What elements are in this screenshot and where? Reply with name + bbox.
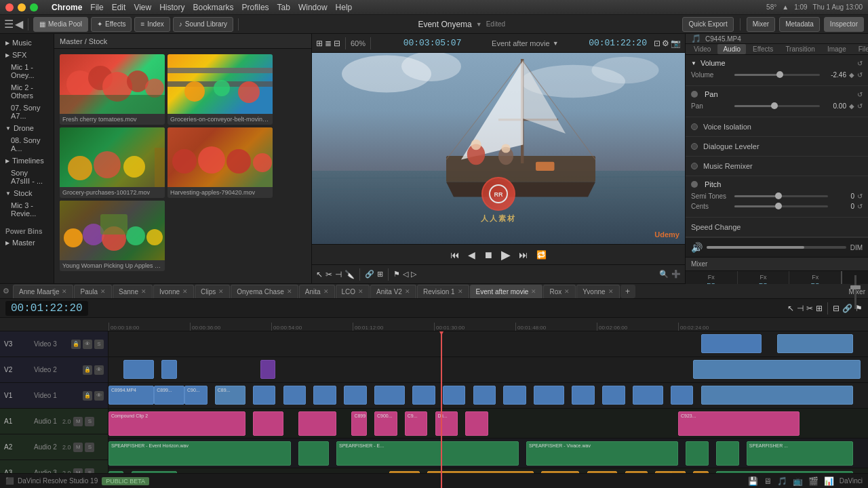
menu-tab[interactable]: Tab: [277, 3, 290, 12]
clip-a2-4[interactable]: SPEARFISHER - Vivace.wav: [526, 441, 678, 466]
tab-transition[interactable]: Transition: [780, 44, 821, 54]
sidebar-item-drone[interactable]: ▼ Drone: [0, 122, 54, 134]
timeline-nav-icons[interactable]: ⚙: [3, 287, 9, 296]
clip-a2-2[interactable]: [298, 441, 329, 466]
menu-file[interactable]: File: [90, 3, 103, 12]
tab-lco[interactable]: LCO ✕: [336, 285, 370, 298]
volume-expand-icon[interactable]: ↺: [857, 71, 863, 79]
clip-v1-12[interactable]: [473, 386, 496, 405]
media-item-groceries[interactable]: Groceries-on-conveyor-belt-moving-...: [167, 54, 273, 125]
tab-sanne[interactable]: Sanne ✕: [113, 285, 153, 298]
music-remixer-row[interactable]: Music Remixer: [691, 159, 863, 173]
tab-anne[interactable]: Anne Maartje ✕: [13, 285, 73, 298]
media-item-tomatoes[interactable]: Fresh cherry tomatoes.mov: [60, 54, 165, 125]
dialogue-leveler-row[interactable]: Dialogue Leveler: [691, 140, 863, 153]
semitones-value[interactable]: 0: [831, 192, 854, 200]
preview-controls[interactable]: ⏮ ◀ ⏹ ▶ ⏭ 🔁: [312, 244, 685, 264]
tab-close-onyema[interactable]: ✕: [287, 288, 292, 295]
clip-a1-compound[interactable]: Compound Clip 2: [108, 411, 245, 436]
clip-v1-15[interactable]: [572, 386, 595, 405]
volume-value[interactable]: -2.46: [823, 71, 846, 79]
v2-controls[interactable]: 🔒 👁: [83, 365, 104, 375]
v2-eye-icon[interactable]: 👁: [94, 365, 104, 375]
chevron-down-icon2[interactable]: ▼: [553, 40, 559, 47]
dialogue-leveler-toggle[interactable]: [691, 143, 698, 150]
tab-close-rox[interactable]: ✕: [564, 288, 570, 295]
status-icon-3[interactable]: 🎵: [777, 476, 787, 486]
tab-rox[interactable]: Rox ✕: [543, 285, 576, 298]
menu-history[interactable]: History: [159, 3, 184, 12]
metadata-button[interactable]: Metadata: [779, 17, 820, 32]
clip-a2-6[interactable]: [716, 441, 739, 466]
tab-close-lco[interactable]: ✕: [358, 288, 363, 295]
a1-mute-icon[interactable]: M: [73, 417, 83, 426]
clip-a2-1[interactable]: SPEARFISHER - Event Horizon.wav: [108, 441, 291, 466]
quick-export-button[interactable]: Quick Export: [682, 17, 733, 32]
snap-tl-icon[interactable]: ⊟: [833, 304, 840, 313]
step-back-button[interactable]: ◀: [468, 249, 475, 260]
clip-v1-18[interactable]: [671, 386, 694, 405]
trim-icon[interactable]: ⊣: [335, 270, 342, 279]
v3-controls[interactable]: 🔒 👁 S: [71, 340, 104, 349]
tab-close-yvonne[interactable]: ✕: [608, 288, 614, 295]
sidebar-item-mic2[interactable]: Mic 2 - Others: [0, 81, 54, 102]
menu-help[interactable]: Help: [336, 3, 353, 12]
tab-close-paula[interactable]: ✕: [100, 288, 106, 295]
tab-anita[interactable]: Anita ✕: [299, 285, 335, 298]
pan-expand-icon[interactable]: ↺: [857, 102, 863, 110]
view-icons[interactable]: ⊡ ⚙ 📷: [654, 39, 681, 48]
sidebar-item-timelines[interactable]: ▶ Timelines: [0, 155, 54, 167]
nav-back-icon[interactable]: ◀: [15, 18, 23, 30]
effects-button[interactable]: ✦ Effects: [91, 17, 132, 32]
skip-forward-button[interactable]: ⏭: [519, 249, 528, 260]
sound-library-button[interactable]: ♪ Sound Library: [173, 17, 233, 32]
v3-solo-icon[interactable]: S: [94, 340, 104, 349]
list-icon[interactable]: ≣: [325, 39, 332, 48]
tool-select-icon[interactable]: ↖: [787, 304, 794, 313]
sidebar-item-sfx[interactable]: ▶ SFX: [0, 49, 54, 61]
zoom-in-icon[interactable]: 🔍: [659, 270, 669, 279]
dim-label[interactable]: DIM: [850, 244, 863, 251]
menu-profiles[interactable]: Profiles: [242, 3, 269, 12]
sidebar-item-mic3[interactable]: Mic 3 - Revie...: [0, 199, 54, 220]
pitch-header[interactable]: Pitch: [691, 180, 863, 188]
cents-value[interactable]: 0: [831, 203, 854, 210]
tab-clips[interactable]: Clips ✕: [195, 285, 230, 298]
zoom-out-icon[interactable]: ➕: [671, 270, 681, 279]
clip-v2-2[interactable]: [161, 360, 176, 379]
clip-v3-1[interactable]: [701, 334, 762, 353]
v3-eye-icon[interactable]: 👁: [83, 340, 92, 349]
a2-mute-icon[interactable]: M: [73, 443, 83, 452]
clip-a1-4[interactable]: C899...: [351, 411, 366, 436]
fader-handle[interactable]: [850, 285, 861, 289]
clip-a1-9[interactable]: C923...: [678, 411, 800, 436]
mark-out-icon[interactable]: ▷: [411, 270, 416, 279]
stop-button[interactable]: ⏹: [484, 249, 493, 260]
voice-isolation-row[interactable]: Voice Isolation: [691, 120, 863, 134]
tab-close-anne[interactable]: ✕: [62, 288, 67, 295]
cents-expand-icon[interactable]: ↺: [857, 203, 863, 210]
tab-close-clips[interactable]: ✕: [218, 288, 224, 295]
link-icon[interactable]: 🔗: [365, 270, 374, 279]
tab-close-anita-v2[interactable]: ✕: [405, 288, 410, 295]
tab-event-after[interactable]: Event after movie ✕: [470, 285, 543, 298]
grid-icon[interactable]: ⊞: [316, 39, 323, 48]
add-timeline-button[interactable]: +: [620, 285, 635, 298]
clip-v2-4[interactable]: [693, 360, 860, 379]
menu-bookmarks[interactable]: Bookmarks: [193, 3, 234, 12]
tab-onyema[interactable]: Onyema Chase ✕: [231, 285, 298, 298]
loop-button[interactable]: 🔁: [536, 250, 547, 260]
timeline-tools[interactable]: ↖ ⊣ ✂ ⊞ ⊟ 🔗 ⚑: [787, 302, 863, 314]
menu-edit[interactable]: Edit: [112, 3, 126, 12]
a1-solo-icon[interactable]: S: [85, 417, 94, 426]
pan-slider[interactable]: [734, 105, 820, 107]
tab-audio[interactable]: Audio: [717, 44, 746, 54]
timeline-settings-icon[interactable]: ⚙: [3, 287, 9, 296]
index-button[interactable]: ≡ Index: [134, 17, 170, 32]
clip-a1-8[interactable]: [465, 411, 488, 436]
flag-icon[interactable]: ⚑: [393, 270, 400, 279]
tab-paula[interactable]: Paula ✕: [74, 285, 112, 298]
pan-reset-icon[interactable]: ↺: [857, 91, 863, 98]
semitones-slider[interactable]: [734, 195, 828, 197]
sidebar-item-sony3[interactable]: Sony A7sIII - ...: [0, 167, 54, 187]
